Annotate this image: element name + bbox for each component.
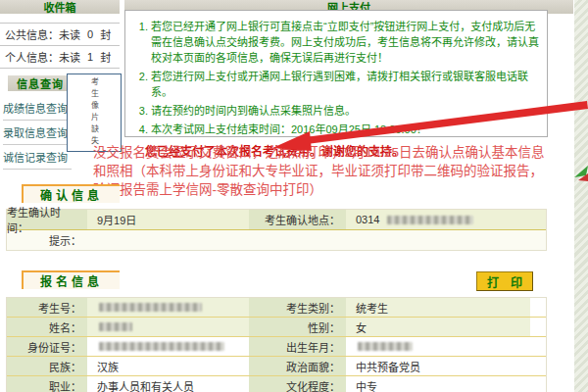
payment-notice-item: 若您进行网上支付或开通网上银行遇到困难，请拨打相关银行或银联客服电话联系。 [151,69,539,100]
redacted-id-number [99,342,224,351]
confirm-place-label: 考生确认地点： [249,210,346,229]
confirm-time-label: 考生确认时间： [7,210,87,229]
confirm-time-value: 9月19日 [87,210,249,229]
redacted-name [99,322,132,331]
candidate-id-label: 考生号： [7,298,87,317]
photo-status-text: 考生像片缺失 [89,77,100,148]
candidate-id-value [87,298,249,317]
id-number-label: 身份证号： [7,337,87,356]
row-spacer [530,318,546,336]
sidebar-link-label: 成绩信息查询 [3,100,68,116]
payment-notice-list: 若您已经开通了网上银行可直接点击“立即支付”按钮进行网上支付，支付成功后无需在信… [125,19,547,137]
gender-value: 女 [346,318,530,336]
inbox-item-label: 个人信息：未读 [5,49,80,65]
confirm-info-table: 考生确认时间： 9月19日 考生确认地点： 0314 提示： [6,209,547,251]
inbox-list: 公共信息：未读 0 封 个人信息：未读 1 封 [0,23,120,69]
info-query-header: 信息查询 [8,75,73,91]
row-spacer [530,357,546,375]
sidebar-item-score-query[interactable]: 成绩信息查询 [3,96,72,121]
redacted-place-text [387,216,473,224]
table-row: 身份证号： 出生年月： [7,337,546,357]
handwritten-annotation: 没交报名费会显示交费窗口，之后点打印，9月19-25日去确认点确认基本信息和照相… [93,143,554,199]
table-row: 职业： 办事人员和有关人员 文化程度： 中专 [7,376,546,392]
sidebar-link-label: 诚信记录查询 [3,149,68,165]
id-number-value [87,337,249,356]
photo-status-box: 考生像片缺失 [67,74,122,152]
table-row: 考生确认时间： 9月19日 考生确认地点： 0314 [7,210,546,230]
table-row: 民族： 汉族 政治面貌： 中共预备党员 [7,357,546,376]
registration-info-title: 报名信息 [40,272,103,289]
confirm-place-code: 0314 [356,214,379,225]
unread-count: 0 [87,28,93,40]
payment-notice-item: 本次考试网上支付结束时间：2016年09月25日 18:00:00！ [151,122,539,137]
sidebar-link-label: 录取信息查询 [3,124,68,140]
table-row: 姓名： 性别： 女 [7,318,546,337]
occupation-value: 办事人员和有关人员 [87,376,249,392]
occupation-label: 职业： [7,376,87,392]
table-row: 提示： [7,230,546,250]
gender-label: 性别： [249,318,346,336]
candidate-type-label: 考生类别： [249,298,346,317]
tip-label: 提示： [7,230,87,250]
sidebar-item-admission-query[interactable]: 录取信息查询 [3,121,72,145]
political-status-label: 政治面貌： [249,357,346,375]
redacted-candidate-id [99,303,202,312]
table-row: 考生号： 考生类别： 统考生 [7,298,546,318]
ethnicity-label: 民族： [7,357,87,375]
sidebar-item-integrity-query[interactable]: 诚信记录查询 [3,145,72,170]
inbox-title: 收件箱 [44,0,76,15]
inbox-header: 收件箱 [0,0,120,14]
confirm-info-tab: 确认信息 [22,184,120,203]
birth-date-label: 出生年月： [249,337,346,356]
payment-notice-panel: 若您已经开通了网上银行可直接点击“立即支付”按钮进行网上支付，支付成功后无需在信… [124,10,548,137]
row-spacer [530,376,546,392]
print-button-label: 打 印 [487,273,522,290]
payment-notice-item: 请在预约的时间内到确认点采集照片信息。 [151,103,539,119]
candidate-type-value: 统考生 [346,298,530,317]
registration-info-table: 考生号： 考生类别： 统考生 姓名： 性别： 女 身份证号： 出生年月： 民族：… [6,297,547,392]
info-query-title: 信息查询 [17,75,64,91]
education-label: 文化程度： [249,376,346,392]
unread-unit: 封 [100,49,111,65]
name-value [87,318,249,336]
inbox-item-personal[interactable]: 个人信息：未读 1 封 [0,46,120,69]
confirm-info-title: 确认信息 [40,186,103,203]
inbox-item-public[interactable]: 公共信息：未读 0 封 [0,24,120,46]
confirm-place-value: 0314 [346,210,546,229]
unread-unit: 封 [100,26,111,42]
row-spacer [530,298,546,317]
unread-count: 1 [87,51,93,63]
exam-registration-page: 收件箱 网上支付 公共信息：未读 0 封 个人信息：未读 1 封 信息查询 成绩… [0,0,588,392]
payment-notice-item: 若您已经开通了网上银行可直接点击“立即支付”按钮进行网上支付，支付成功后无需在信… [151,19,539,66]
inbox-item-label: 公共信息：未读 [5,26,80,42]
political-status-value: 中共预备党员 [346,357,530,375]
row-spacer [530,337,546,356]
print-button[interactable]: 打 印 [476,271,533,291]
education-value: 中专 [346,376,530,392]
registration-info-tab: 报名信息 [22,270,120,289]
redacted-birth-date [358,342,413,351]
ethnicity-value: 汉族 [87,357,249,375]
name-label: 姓名： [7,318,87,336]
birth-date-value [346,337,530,356]
page-background-strip [574,0,588,392]
